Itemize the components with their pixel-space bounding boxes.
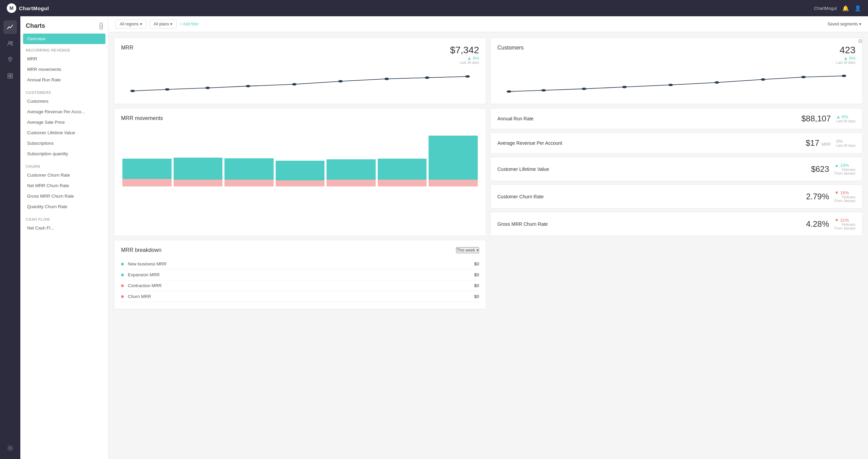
- breakdown-period-selector[interactable]: This week ▾: [456, 247, 479, 253]
- breakdown-value: $0: [474, 283, 479, 288]
- svg-point-8: [130, 90, 135, 92]
- svg-point-23: [761, 78, 766, 81]
- sidebar-icon-settings[interactable]: [3, 441, 17, 455]
- bar-green: [429, 136, 478, 180]
- bar-group-6: [378, 125, 427, 186]
- svg-rect-5: [8, 76, 10, 78]
- svg-point-13: [338, 80, 343, 82]
- annual-run-rate-change: ▲ 6%: [836, 114, 855, 119]
- customer-churn-rate-period2: From January: [834, 199, 855, 203]
- bar-group-3: [224, 125, 274, 186]
- mrr-card-change: ▲ 6%: [450, 56, 479, 61]
- add-filter-button[interactable]: + Add filter: [179, 22, 199, 26]
- nav-item-net-mrr-churn[interactable]: Net MRR Churn Rate: [20, 180, 108, 191]
- nav-item-customer-churn-rate[interactable]: Customer Churn Rate: [20, 170, 108, 180]
- breakdown-row-churn: Churn MRR $0: [121, 291, 479, 302]
- mrr-movements-chart: [121, 125, 479, 186]
- customer-churn-rate-card: Customer Churn Rate 2.79% ▼ 16% February…: [490, 184, 863, 208]
- customers-card: Customers 423 ▲ 6% Last 30 days: [490, 38, 863, 104]
- gross-mrr-churn-value: 4.28%: [806, 219, 829, 229]
- left-nav-title: Charts: [26, 22, 45, 29]
- left-nav-header: Charts ‹: [20, 16, 108, 34]
- svg-point-9: [165, 88, 170, 91]
- clv-period2: From January: [834, 172, 855, 175]
- breakdown-dot: [121, 284, 124, 287]
- username-label: ChartMogul: [814, 6, 837, 11]
- logo-icon: M: [7, 3, 16, 13]
- gross-mrr-churn-change: ▼ 31%: [834, 218, 855, 223]
- all-regions-filter[interactable]: All regions ▾: [115, 20, 146, 28]
- nav-item-gross-mrr-churn[interactable]: Gross MRR Churn Rate: [20, 191, 108, 201]
- all-plans-filter[interactable]: All plans ▾: [149, 20, 177, 28]
- bar-group-1: [122, 125, 172, 186]
- nav-item-net-cash-flow[interactable]: Net Cash Fl...: [20, 223, 108, 233]
- icon-sidebar: [0, 16, 20, 459]
- sidebar-icon-people[interactable]: [3, 37, 17, 50]
- breakdown-value: $0: [474, 272, 479, 277]
- nav-item-quantity-churn[interactable]: Quantity Churn Rate: [20, 201, 108, 212]
- gross-mrr-churn-period: February: [834, 223, 855, 226]
- dashboard-settings-button[interactable]: ⚙: [858, 38, 863, 44]
- bar-green: [122, 159, 172, 179]
- customer-churn-rate-change: ▼ 16%: [834, 190, 855, 195]
- svg-rect-4: [11, 74, 13, 76]
- app-name: ChartMogul: [19, 5, 49, 11]
- bar-green: [276, 161, 325, 180]
- nav-item-sub-quantity[interactable]: Subscription quantity: [20, 148, 108, 159]
- mrr-card-title: MRR: [121, 45, 133, 51]
- breakdown-label: Churn MRR: [128, 294, 474, 299]
- nav-item-arpa[interactable]: Average Revenue Per Acco...: [20, 106, 108, 117]
- clv-change: ▲ 19%: [834, 163, 855, 168]
- svg-point-14: [384, 78, 389, 80]
- svg-point-18: [541, 89, 546, 92]
- user-icon[interactable]: 👤: [854, 5, 861, 12]
- clv-card: Customer Lifetime Value $623 ▲ 19% Febru…: [490, 157, 863, 181]
- collapse-nav-button[interactable]: ‹: [100, 23, 103, 29]
- gross-mrr-churn-period2: From January: [834, 226, 855, 230]
- svg-point-10: [205, 87, 210, 89]
- notification-icon[interactable]: 🔔: [842, 5, 849, 12]
- sidebar-icon-segments[interactable]: [3, 69, 17, 83]
- breakdown-label: New business MRR: [128, 261, 474, 266]
- nav-item-clv[interactable]: Customer Lifetime Value: [20, 127, 108, 138]
- clv-value: $623: [811, 164, 829, 174]
- nav-item-annual-run-rate[interactable]: Annual Run Rate: [20, 75, 108, 85]
- mrr-breakdown-card: MRR breakdown This week ▾ New business M…: [114, 240, 486, 309]
- svg-point-1: [11, 42, 13, 43]
- breakdown-row-new-business: New business MRR $0: [121, 259, 479, 270]
- arpa-title: Average Revenue Per Account: [497, 140, 562, 146]
- nav-section-recurring-revenue: Recurring Revenue: [20, 44, 108, 54]
- customers-sparkline: [497, 70, 855, 97]
- nav-item-overview[interactable]: Overview: [23, 34, 105, 44]
- svg-point-12: [292, 83, 297, 85]
- dashboard-grid: MRR $7,342 ▲ 6% Last 30 days: [108, 32, 868, 315]
- bar-red: [224, 180, 274, 186]
- bar-green: [378, 159, 427, 180]
- nav-item-mrr[interactable]: MRR: [20, 54, 108, 64]
- svg-point-21: [668, 84, 673, 86]
- gross-mrr-churn-card: Gross MRR Churn Rate 4.28% ▼ 31% Februar…: [490, 212, 863, 236]
- svg-point-16: [465, 75, 470, 78]
- bar-group-2: [174, 125, 223, 186]
- nav-section-customers: Customers: [20, 86, 108, 96]
- sidebar-icon-charts[interactable]: [3, 20, 17, 34]
- bar-red: [276, 180, 325, 186]
- customer-churn-rate-period: February: [834, 195, 855, 199]
- customers-card-change: ▲ 6%: [836, 56, 855, 61]
- arpa-value: $17 MRR: [806, 138, 831, 148]
- saved-segments-button[interactable]: Saved segments ▾: [828, 22, 861, 26]
- svg-rect-3: [8, 74, 10, 76]
- customers-card-period: Last 30 days: [836, 61, 855, 64]
- nav-item-subscriptions[interactable]: Subscriptions: [20, 138, 108, 148]
- mrr-card: MRR $7,342 ▲ 6% Last 30 days: [114, 38, 486, 104]
- nav-item-customers[interactable]: Customers: [20, 96, 108, 106]
- svg-point-20: [622, 86, 627, 88]
- nav-item-mrr-movements[interactable]: MRR movements: [20, 64, 108, 75]
- sidebar-icon-location[interactable]: [3, 53, 17, 66]
- bar-red: [174, 180, 223, 186]
- bar-green: [224, 158, 274, 180]
- breakdown-value: $0: [474, 294, 479, 299]
- nav-section-churn: Churn: [20, 160, 108, 170]
- nav-item-avg-sale-price[interactable]: Average Sale Price: [20, 117, 108, 127]
- filter-bar: All regions ▾ All plans ▾ + Add filter S…: [108, 16, 868, 32]
